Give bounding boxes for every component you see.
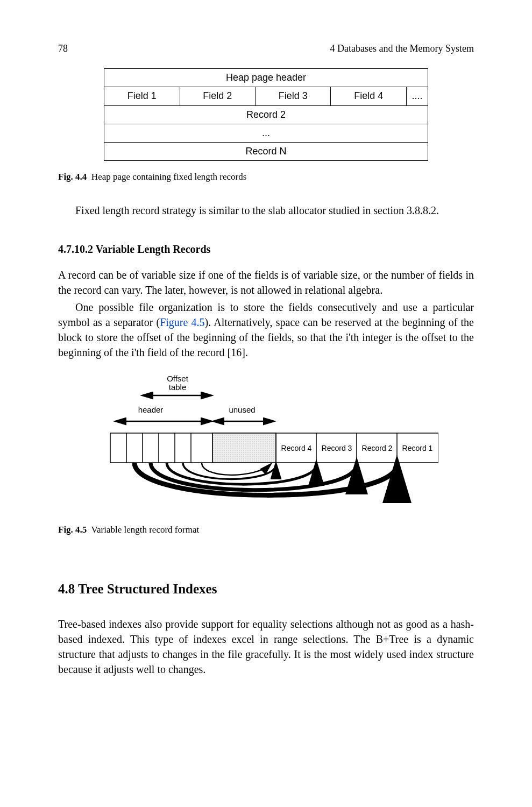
page-number: 78 (58, 42, 68, 55)
svg-rect-16 (212, 433, 276, 463)
svg-text:table: table (168, 383, 186, 392)
paragraph-fixed-length: Fixed length record strategy is similar … (58, 203, 474, 218)
figure-4-4-caption-text: Heap page containing fixed length record… (91, 172, 246, 182)
running-header: 78 4 Databases and the Memory System (58, 42, 474, 55)
heap-page-header-row: Heap page header (104, 69, 428, 87)
ellipsis-row: ... (104, 124, 428, 142)
figure-4-5-caption-text: Variable length record format (91, 525, 200, 535)
record-2-row: Record 2 (104, 105, 428, 124)
figure-4-4-table: Heap page header Field 1 Field 2 Field 3… (104, 68, 428, 161)
svg-text:Offset: Offset (167, 374, 189, 383)
paragraph-variable-1: A record can be of variable size if one … (58, 267, 474, 298)
record-3-label: Record 3 (321, 444, 352, 452)
field-3-cell: Field 3 (256, 87, 331, 105)
figure-4-4-label: Fig. 4.4 (58, 172, 87, 182)
figure-4-4-caption: Fig. 4.4 Heap page containing fixed leng… (58, 171, 474, 183)
subheading-4-7-10-2: 4.7.10.2 Variable Length Records (58, 242, 474, 257)
section-4-8-heading: 4.8 Tree Structured Indexes (58, 579, 474, 598)
running-title: 4 Databases and the Memory System (330, 42, 474, 55)
paragraph-variable-2: One possible file organization is to sto… (58, 300, 474, 360)
field-2-cell: Field 2 (180, 87, 255, 105)
figure-4-5-label: Fig. 4.5 (58, 525, 87, 535)
field-1-cell: Field 1 (104, 87, 180, 105)
field-more-cell: .... (406, 87, 428, 105)
record-2-label: Record 2 (361, 444, 392, 452)
record-n-row: Record N (104, 142, 428, 160)
figure-4-5-diagram: Offset table header unused (94, 374, 438, 514)
figure-4-5-caption: Fig. 4.5 Variable length record format (58, 523, 474, 536)
svg-text:unused: unused (229, 405, 255, 414)
section-4-8-paragraph: Tree-based indexes also provide support … (58, 617, 474, 677)
record-1-label: Record 1 (402, 444, 432, 452)
field-4-cell: Field 4 (331, 87, 406, 105)
record-4-label: Record 4 (281, 444, 311, 452)
figure-4-5-link[interactable]: Figure 4.5 (160, 316, 204, 328)
svg-text:header: header (138, 405, 163, 414)
